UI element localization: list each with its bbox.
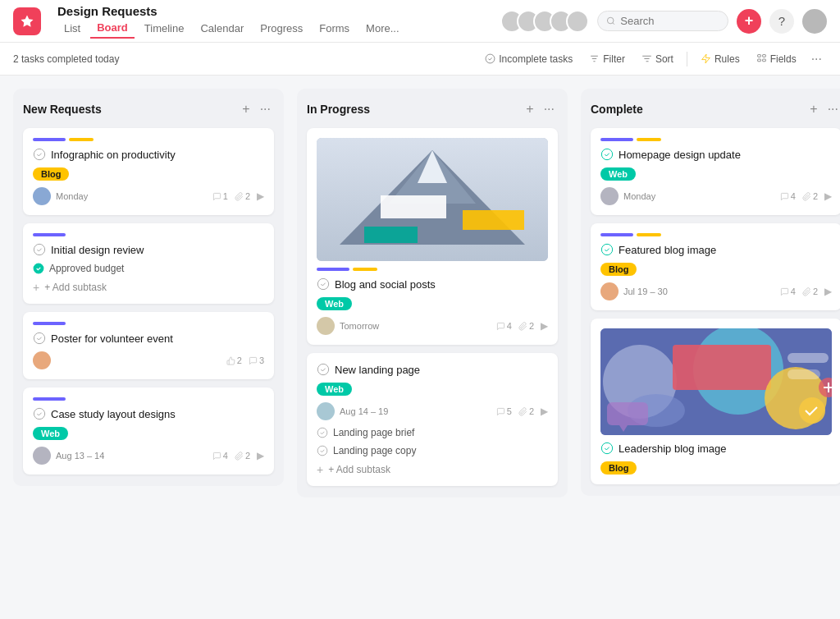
footer-date: Aug 14 – 19 — [340, 406, 388, 416]
card-footer: Aug 13 – 14 4 2 ▶ — [33, 447, 264, 465]
col-actions: + ··· — [806, 100, 840, 118]
footer-avatar — [33, 351, 51, 369]
help-button[interactable]: ? — [769, 9, 794, 34]
check-circle-icon — [317, 363, 330, 376]
col-header-new-requests: New Requests + ··· — [23, 100, 274, 118]
more-options-button[interactable]: ··· — [806, 48, 827, 70]
bar-segment — [600, 138, 633, 141]
sort-label: Sort — [655, 53, 673, 65]
comment-count: 4 — [780, 287, 796, 296]
subtask-label: Approved budget — [49, 263, 124, 274]
comment-icon — [212, 192, 221, 201]
card-title-text: Blog and social posts — [335, 278, 436, 291]
search-input[interactable] — [620, 15, 719, 27]
svg-point-24 — [317, 364, 328, 374]
comment-icon — [496, 407, 505, 416]
col-add-button[interactable]: + — [239, 100, 253, 118]
filter-button[interactable]: Filter — [582, 50, 632, 68]
check-done-circle-icon — [600, 243, 614, 256]
bar-segment — [637, 138, 661, 141]
search-box — [597, 11, 728, 31]
svg-point-26 — [317, 446, 327, 456]
add-button[interactable]: + — [737, 9, 761, 34]
svg-point-14 — [34, 408, 44, 419]
footer-avatar — [600, 282, 619, 300]
check-done-circle-icon — [600, 442, 614, 455]
col-add-button[interactable]: + — [806, 100, 820, 118]
tag-web: Web — [317, 383, 352, 396]
color-bar — [33, 322, 264, 325]
column-in-progress: In Progress + ··· — [297, 89, 568, 497]
tab-more[interactable]: More... — [359, 19, 405, 38]
incomplete-tasks-button[interactable]: Incomplete tasks — [478, 50, 579, 68]
tab-forms[interactable]: Forms — [313, 19, 356, 38]
card-homepage: Homepage design update Web Monday 4 2 ▶ — [591, 128, 840, 215]
sub-header-right: Incomplete tasks Filter Sort Rules Field… — [478, 48, 827, 70]
tag-blog: Blog — [33, 167, 69, 181]
tab-timeline[interactable]: Timeline — [138, 19, 191, 38]
card-footer: Monday 4 2 ▶ — [600, 187, 832, 205]
comment-count: 4 — [780, 191, 796, 201]
color-bar — [33, 233, 264, 236]
attachment-count: 2 — [518, 321, 534, 331]
card-case-study: Case study layout designs Web Aug 13 – 1… — [23, 387, 274, 475]
tag-blog: Blog — [600, 263, 637, 276]
comment-count: 3 — [249, 355, 264, 365]
color-bar — [600, 233, 832, 236]
tab-board[interactable]: Board — [90, 18, 135, 39]
tab-list[interactable]: List — [57, 19, 87, 38]
check-circle-icon — [33, 332, 46, 345]
add-subtask-button[interactable]: + + Add subtask — [317, 463, 548, 476]
card-footer: Jul 19 – 30 4 2 ▶ — [600, 282, 832, 300]
tab-progress[interactable]: Progress — [253, 19, 309, 38]
comment-count: 1 — [212, 191, 228, 201]
expand-button[interactable]: ▶ — [541, 320, 548, 332]
tab-calendar[interactable]: Calendar — [194, 19, 250, 38]
expand-button[interactable]: ▶ — [824, 286, 832, 297]
col-more-button[interactable]: ··· — [257, 100, 274, 118]
card-title-text: Featured blog image — [619, 244, 716, 256]
bar-segment — [33, 233, 66, 236]
card-title: Blog and social posts — [317, 277, 548, 291]
sort-button[interactable]: Sort — [635, 50, 680, 68]
footer-avatar — [317, 402, 335, 420]
card-featured-blog: Featured blog image Blog Jul 19 – 30 4 2… — [591, 223, 840, 310]
col-add-button[interactable]: + — [523, 100, 536, 118]
expand-button[interactable]: ▶ — [541, 406, 548, 417]
sort-icon — [641, 53, 652, 64]
fields-icon — [756, 53, 767, 64]
attach-icon — [235, 452, 244, 461]
fields-button[interactable]: Fields — [750, 50, 803, 68]
check-circle-icon — [317, 445, 328, 456]
card-title: Featured blog image — [600, 243, 832, 256]
card-title-text: Homepage design update — [619, 149, 741, 161]
project-info: Design Requests List Board Timeline Cale… — [57, 4, 406, 39]
expand-button[interactable]: ▶ — [824, 190, 832, 202]
add-subtask-button[interactable]: + + Add subtask — [33, 281, 264, 294]
bar-segment — [637, 233, 661, 236]
bar-segment — [353, 268, 377, 271]
svg-rect-38 — [607, 402, 648, 425]
filter-icon — [589, 53, 600, 64]
col-header-in-progress: In Progress + ··· — [307, 100, 558, 118]
col-more-button[interactable]: ··· — [824, 100, 840, 118]
card-title-text: Infographic on productivity — [51, 149, 176, 161]
attachment-count: 2 — [802, 287, 818, 296]
mountain-image — [317, 138, 548, 261]
svg-point-27 — [601, 149, 612, 159]
board: New Requests + ··· Infographic on produc… — [0, 76, 840, 619]
col-title-new-requests: New Requests — [23, 103, 102, 116]
mountain-svg — [317, 138, 548, 261]
comment-count: 4 — [212, 451, 228, 461]
svg-point-0 — [607, 17, 614, 24]
comment-count: 4 — [496, 321, 512, 331]
comment-icon — [780, 192, 789, 201]
expand-button[interactable]: ▶ — [257, 190, 264, 202]
col-more-button[interactable]: ··· — [541, 100, 558, 118]
rules-button[interactable]: Rules — [694, 50, 746, 68]
expand-button[interactable]: ▶ — [257, 450, 264, 461]
svg-rect-37 — [788, 369, 820, 379]
footer-stats: 4 2 ▶ — [496, 320, 548, 332]
footer-date: Jul 19 – 30 — [623, 287, 668, 296]
tag-web: Web — [600, 167, 636, 181]
